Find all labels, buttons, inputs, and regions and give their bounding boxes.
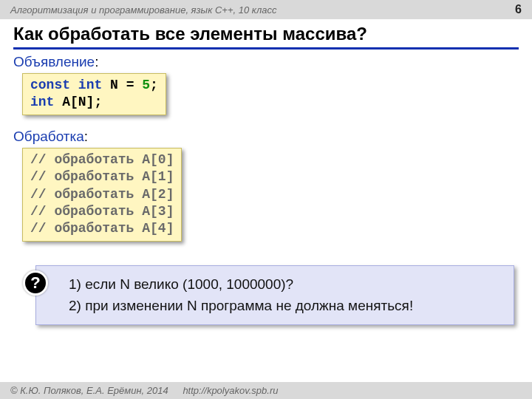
- colon: :: [95, 54, 98, 69]
- course-label: Алгоритмизация и программирование, язык …: [10, 4, 276, 16]
- declare-word: Объявление: [13, 54, 95, 69]
- footer: © К.Ю. Поляков, Е.А. Ерёмин, 2014 http:/…: [0, 382, 532, 399]
- code-process-box: // обработать A[0] // обработать A[1] //…: [22, 148, 182, 242]
- comment-line: // обработать A[1]: [30, 168, 174, 185]
- code-line: int A[N];: [30, 94, 158, 111]
- colon: :: [84, 129, 88, 144]
- question-line-1: 1) если N велико (1000, 1000000)?: [69, 273, 503, 295]
- page-title: Как обработать все элементы массива?: [13, 24, 519, 50]
- eq: =: [118, 78, 142, 92]
- var-n: N: [110, 78, 118, 92]
- comment-line: // обработать A[4]: [30, 220, 174, 237]
- question-mark-icon: ?: [23, 270, 48, 296]
- comment-line: // обработать A[3]: [30, 203, 174, 220]
- kw-const: const: [30, 78, 70, 92]
- code-line: const int N = 5;: [30, 77, 158, 94]
- slide-body: Как обработать все элементы массива? Объ…: [0, 19, 532, 325]
- topbar: Алгоритмизация и программирование, язык …: [0, 0, 532, 19]
- section-declare-label: Объявление:: [13, 54, 519, 70]
- kw-int: int: [30, 95, 54, 109]
- footer-url: http://kpolyakov.spb.ru: [183, 385, 278, 396]
- comment-line: // обработать A[2]: [30, 186, 174, 203]
- question-line-2: 2) при изменении N программа не должна м…: [69, 295, 503, 316]
- copyright: © К.Ю. Поляков, Е.А. Ерёмин, 2014: [10, 385, 168, 396]
- literal-5: 5: [142, 78, 150, 92]
- arr-decl: A[N];: [54, 95, 102, 109]
- page-number: 6: [515, 3, 522, 16]
- code-declare-box: const int N = 5; int A[N];: [22, 73, 166, 115]
- section-process-label: Обработка:: [13, 129, 519, 145]
- comment-line: // обработать A[0]: [30, 151, 174, 168]
- process-word: Обработка: [13, 129, 84, 144]
- kw-int: int: [78, 78, 102, 92]
- question-box: ? 1) если N велико (1000, 1000000)? 2) п…: [35, 265, 514, 325]
- semi: ;: [150, 78, 158, 92]
